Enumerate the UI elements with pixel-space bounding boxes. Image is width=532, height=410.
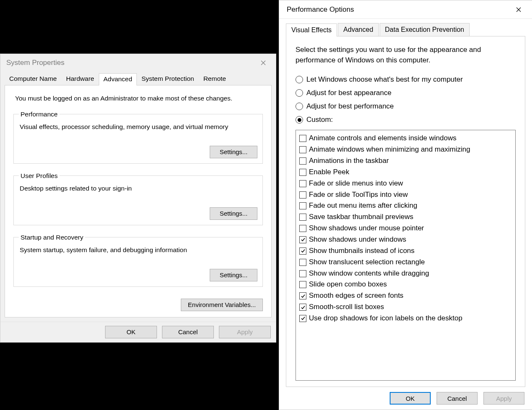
user-profiles-settings-button[interactable]: Settings...: [210, 207, 257, 220]
tab-area: Visual EffectsAdvancedData Execution Pre…: [279, 19, 532, 387]
group-desc: Desktop settings related to your sign-in: [20, 185, 257, 207]
check-label: Show shadows under mouse pointer: [309, 223, 424, 234]
checkbox-icon: [299, 214, 306, 221]
tab-computer-name[interactable]: Computer Name: [5, 73, 62, 85]
checkbox-icon: [299, 135, 306, 142]
tab-advanced[interactable]: Advanced: [338, 23, 378, 36]
check-option-1[interactable]: Animate windows when minimizing and maxi…: [299, 144, 512, 155]
tab-visual-effects[interactable]: Visual Effects: [286, 23, 337, 36]
environment-variables-button[interactable]: Environment Variables...: [181, 299, 263, 311]
tab-system-protection[interactable]: System Protection: [137, 73, 199, 85]
check-option-0[interactable]: Animate controls and elements inside win…: [299, 133, 512, 144]
check-option-11[interactable]: Show translucent selection rectangle: [299, 257, 512, 268]
check-option-9[interactable]: Show shadows under windows: [299, 234, 512, 245]
radio-label: Custom:: [306, 116, 333, 124]
check-label: Animate controls and elements inside win…: [309, 133, 456, 144]
check-label: Fade or slide ToolTips into view: [309, 189, 408, 201]
radio-label: Adjust for best performance: [306, 102, 394, 111]
tab-strip: Visual EffectsAdvancedData Execution Pre…: [286, 23, 525, 36]
radio-option-3[interactable]: Custom:: [296, 116, 516, 124]
checkbox-icon: [299, 304, 306, 311]
radio-option-1[interactable]: Adjust for best appearance: [296, 89, 516, 97]
check-option-4[interactable]: Fade or slide menus into view: [299, 178, 512, 189]
checkbox-icon: [299, 157, 306, 165]
check-label: Animate windows when minimizing and maxi…: [309, 144, 470, 155]
check-option-7[interactable]: Save taskbar thumbnail previews: [299, 211, 512, 223]
dialog-button-row: OK Cancel Apply: [279, 387, 532, 410]
group-legend: Performance: [19, 111, 59, 118]
user-profiles-group: User Profiles Desktop settings related t…: [13, 172, 263, 225]
group-legend: User Profiles: [19, 172, 59, 180]
radio-icon: [296, 103, 303, 110]
tab-content-visual-effects: Select the settings you want to use for …: [286, 36, 525, 387]
cancel-button[interactable]: Cancel: [162, 326, 214, 338]
checkbox-icon: [299, 169, 306, 176]
titlebar: Performance Options: [279, 0, 532, 19]
check-option-12[interactable]: Show window contents while dragging: [299, 268, 512, 279]
group-desc: Visual effects, processor scheduling, me…: [20, 123, 257, 146]
check-label: Save taskbar thumbnail previews: [309, 211, 413, 223]
admin-note: You must be logged on as an Administrato…: [15, 95, 261, 102]
apply-button[interactable]: Apply: [219, 326, 271, 338]
group-legend: Startup and Recovery: [19, 234, 85, 241]
check-option-8[interactable]: Show shadows under mouse pointer: [299, 223, 512, 234]
instruction-text: Select the settings you want to use for …: [296, 45, 516, 65]
checkbox-icon: [299, 270, 306, 277]
check-option-16[interactable]: Use drop shadows for icon labels on the …: [299, 313, 512, 324]
close-button[interactable]: [509, 3, 528, 16]
tab-hardware[interactable]: Hardware: [62, 73, 99, 85]
radio-group: Let Windows choose what's best for my co…: [296, 75, 516, 124]
dialog-button-row: OK Cancel Apply: [0, 322, 276, 342]
check-option-15[interactable]: Smooth-scroll list boxes: [299, 302, 512, 313]
cancel-button[interactable]: Cancel: [437, 392, 478, 405]
window-title: Performance Options: [287, 5, 354, 14]
checkbox-icon: [299, 191, 306, 199]
check-label: Use drop shadows for icon labels on the …: [309, 313, 463, 324]
check-label: Slide open combo boxes: [309, 279, 387, 290]
performance-settings-button[interactable]: Settings...: [210, 146, 257, 158]
check-option-10[interactable]: Show thumbnails instead of icons: [299, 245, 512, 257]
radio-icon: [296, 116, 303, 124]
radio-option-0[interactable]: Let Windows choose what's best for my co…: [296, 75, 516, 84]
radio-label: Let Windows choose what's best for my co…: [306, 75, 463, 84]
radio-icon: [296, 76, 303, 83]
checkbox-icon: [299, 292, 306, 299]
startup-recovery-settings-button[interactable]: Settings...: [210, 269, 257, 281]
check-option-14[interactable]: Smooth edges of screen fonts: [299, 290, 512, 302]
ok-button[interactable]: OK: [105, 326, 157, 338]
ok-button[interactable]: OK: [390, 392, 431, 405]
check-option-13[interactable]: Slide open combo boxes: [299, 279, 512, 290]
checkbox-icon: [299, 248, 306, 255]
visual-effects-checklist[interactable]: Animate controls and elements inside win…: [296, 130, 516, 381]
check-option-3[interactable]: Enable Peek: [299, 167, 512, 178]
check-option-2[interactable]: Animations in the taskbar: [299, 155, 512, 167]
tab-advanced[interactable]: Advanced: [99, 73, 137, 85]
check-label: Smooth-scroll list boxes: [309, 302, 384, 313]
apply-button[interactable]: Apply: [483, 392, 524, 405]
tab-strip: Computer NameHardwareAdvancedSystem Prot…: [0, 72, 276, 85]
checkbox-icon: [299, 281, 306, 288]
check-option-5[interactable]: Fade or slide ToolTips into view: [299, 189, 512, 201]
close-button[interactable]: [254, 57, 272, 69]
radio-icon: [296, 89, 303, 97]
check-label: Show window contents while dragging: [309, 268, 429, 279]
close-icon: [516, 7, 521, 12]
tab-content-advanced: You must be logged on as an Administrato…: [5, 85, 272, 317]
tab-data-execution-prevention[interactable]: Data Execution Prevention: [380, 23, 470, 36]
performance-options-window: Performance Options Visual EffectsAdvanc…: [279, 0, 532, 410]
radio-label: Adjust for best appearance: [306, 89, 391, 97]
titlebar: System Properties: [0, 54, 276, 72]
checkbox-icon: [299, 259, 306, 266]
check-label: Fade out menu items after clicking: [309, 200, 417, 211]
check-label: Enable Peek: [309, 167, 349, 178]
startup-recovery-group: Startup and Recovery System startup, sys…: [13, 234, 263, 287]
tab-remote[interactable]: Remote: [199, 73, 231, 85]
check-label: Show shadows under windows: [309, 234, 406, 245]
performance-group: Performance Visual effects, processor sc…: [13, 111, 263, 164]
radio-option-2[interactable]: Adjust for best performance: [296, 102, 516, 111]
checkbox-icon: [299, 146, 306, 153]
check-option-6[interactable]: Fade out menu items after clicking: [299, 200, 512, 211]
checkbox-icon: [299, 236, 306, 243]
checkbox-icon: [299, 180, 306, 187]
window-title: System Properties: [6, 59, 64, 67]
